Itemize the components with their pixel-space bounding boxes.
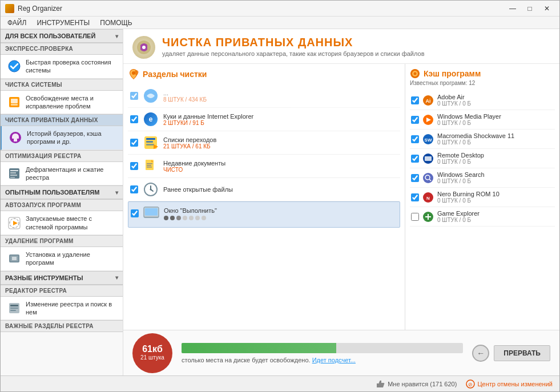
progress-kb: 61кб bbox=[142, 345, 163, 354]
list-item-recentfiles: Ранее открытые файлы bbox=[128, 178, 400, 201]
progress-section: столько места на диске будет освобождено… bbox=[182, 343, 463, 363]
footer: Мне нравится (171 620) ⊘ Центр отмены из… bbox=[1, 375, 559, 391]
sidebar-item-regeditor[interactable]: Изменение реестра и поиск в нем bbox=[1, 297, 123, 321]
bottom-actions: ← ПРЕРВАТЬ bbox=[472, 345, 550, 362]
cache-item-wmp: Windows Media Player 0 ШТУК / 0 Б bbox=[410, 110, 555, 130]
private-icon bbox=[9, 131, 22, 144]
menu-help[interactable]: ПОМОЩЬ bbox=[95, 17, 136, 29]
svg-text:N: N bbox=[426, 196, 430, 201]
svg-rect-41 bbox=[145, 208, 158, 216]
sidebar-item-regeditor-label: Изменение реестра и поиск в нем bbox=[26, 300, 118, 317]
cache-item-wsearch-checkbox[interactable] bbox=[411, 174, 419, 182]
list-item-ie-info: Куки и данные Internet Explorer 2 ШТУКИ … bbox=[163, 113, 398, 126]
sidebar-item-cleanup-label: Освобождение места и исправление проблем bbox=[26, 94, 118, 111]
app-window: Reg Organizer — □ ✕ ФАЙЛ ИНСТРУМЕНТЫ ПОМ… bbox=[0, 0, 560, 392]
list-item-run[interactable]: Окно "Выполнить" bbox=[128, 201, 400, 228]
sidebar-item-express[interactable]: Быстрая проверка состояния системы bbox=[1, 55, 123, 79]
wmp-icon bbox=[422, 114, 434, 126]
minimize-button[interactable]: — bbox=[505, 2, 521, 15]
close-button[interactable]: ✕ bbox=[539, 2, 555, 15]
svg-rect-45 bbox=[414, 69, 416, 71]
page-header: ЧИСТКА ПРИВАТНЫХ ДАННЫХ удаляет данные п… bbox=[123, 29, 559, 64]
sidebar-subsection-private: ЧИСТКА ПРИВАТНЫХ ДАННЫХ bbox=[1, 114, 123, 126]
cache-item-rdp-checkbox[interactable] bbox=[411, 155, 419, 163]
sidebar-subsection-uninstall: УДАЛЕНИЕ ПРОГРАММ bbox=[1, 235, 123, 247]
ie-icon: e bbox=[143, 111, 159, 127]
dot-3 bbox=[176, 216, 181, 220]
broom-icon bbox=[7, 95, 21, 109]
cache-item-nero: N Nero Burning ROM 10 0 ШТУК / 0 Б bbox=[410, 188, 555, 207]
progress-count: 21 штука bbox=[140, 354, 164, 361]
clock-icon bbox=[143, 181, 159, 197]
sidebar-item-autorun[interactable]: Запускаемые вместе с системой программы bbox=[1, 211, 123, 235]
sidebar-item-uninstall[interactable]: Установка и удаление программ bbox=[1, 247, 123, 271]
cache-item-game-checkbox[interactable] bbox=[411, 213, 419, 221]
svg-text:Ai: Ai bbox=[426, 98, 431, 104]
svg-text:⊘: ⊘ bbox=[468, 382, 473, 387]
svg-point-38 bbox=[150, 189, 152, 191]
cache-item-nero-info: Nero Burning ROM 10 0 ШТУК / 0 Б bbox=[437, 191, 554, 204]
svg-rect-48 bbox=[418, 73, 420, 74]
dot-2 bbox=[170, 216, 175, 220]
cache-item-adobe: Ai Adobe Air 0 ШТУК / 0 Б bbox=[410, 91, 555, 110]
cache-item-wmp-checkbox[interactable] bbox=[411, 116, 419, 124]
svg-rect-10 bbox=[10, 177, 15, 178]
app-icon bbox=[5, 4, 14, 13]
regedit-icon bbox=[7, 301, 21, 315]
stop-button[interactable]: ПРЕРВАТЬ bbox=[494, 345, 550, 361]
list-item-recentfiles-checkbox[interactable] bbox=[130, 185, 138, 193]
svg-marker-13 bbox=[13, 221, 18, 225]
menu-tools[interactable]: ИНСТРУМЕНТЫ bbox=[32, 17, 94, 29]
like-button[interactable]: Мне нравится (171 620) bbox=[376, 379, 457, 389]
sidebar-item-private[interactable]: Историй браузеров, кэша программ и др. bbox=[1, 126, 123, 150]
sidebar-section-tools[interactable]: РАЗНЫЕ ИНСТРУМЕНТЫ ▾ bbox=[1, 271, 123, 285]
sidebar-subsection-cleanup: ЧИСТКА СИСТЕМЫ bbox=[1, 79, 123, 91]
gear-icon bbox=[410, 68, 420, 79]
menu-file[interactable]: ФАЙЛ bbox=[3, 17, 31, 29]
list-item-jumplists-info: Списки переходов 21 ШТУКА / 61 КБ bbox=[163, 136, 398, 149]
check-icon bbox=[7, 59, 21, 73]
svg-rect-3 bbox=[11, 104, 18, 106]
list-item-ie-checkbox[interactable] bbox=[130, 115, 138, 123]
bottom-bar: 61кб 21 штука столько места на диске буд… bbox=[123, 330, 559, 375]
svg-point-22 bbox=[142, 46, 146, 49]
jump-icon bbox=[143, 135, 159, 151]
dot-7 bbox=[202, 216, 206, 220]
svg-rect-20 bbox=[10, 310, 16, 311]
list-item-run-checkbox[interactable] bbox=[131, 209, 139, 217]
cache-item-wmp-info: Windows Media Player 0 ШТУК / 0 Б bbox=[437, 113, 554, 126]
chevron-down-icon: ▾ bbox=[115, 33, 118, 39]
back-button[interactable]: ← bbox=[472, 345, 489, 362]
list-item-jumplists: Списки переходов 21 ШТУКА / 61 КБ bbox=[128, 131, 400, 155]
map-pin-icon bbox=[128, 68, 139, 80]
sidebar-subsection-regparts: ВАЖНЫЕ РАЗДЕЛЫ РЕЕСТРА bbox=[1, 320, 123, 332]
sidebar-item-cleanup[interactable]: Освобождение места и исправление проблем bbox=[1, 91, 123, 115]
undo-center[interactable]: ⊘ Центр отмены изменений bbox=[466, 379, 553, 389]
cache-item-shockwave-checkbox[interactable] bbox=[411, 135, 419, 143]
sidebar-item-registry[interactable]: Дефрагментация и сжатие реестра bbox=[1, 162, 123, 186]
chevron-down-icon-2: ▾ bbox=[115, 189, 118, 196]
progress-counting-link[interactable]: Идет подсчет... bbox=[312, 357, 356, 363]
svg-rect-46 bbox=[414, 76, 416, 78]
cache-item-adobe-info: Adobe Air 0 ШТУК / 0 Б bbox=[437, 94, 554, 107]
titlebar-controls: — □ ✕ bbox=[505, 2, 555, 15]
maximize-button[interactable]: □ bbox=[522, 2, 538, 15]
svg-rect-26 bbox=[146, 138, 155, 140]
thumbs-up-icon bbox=[376, 379, 385, 389]
sidebar-section-all-users[interactable]: ДЛЯ ВСЕХ ПОЛЬЗОВАТЕЛЕЙ ▾ bbox=[1, 29, 123, 43]
progress-text: столько места на диске будет освобождено… bbox=[182, 357, 463, 363]
cache-item-adobe-checkbox[interactable] bbox=[411, 96, 419, 104]
sidebar-section-advanced[interactable]: ОПЫТНЫМ ПОЛЬЗОВАТЕЛЯМ ▾ bbox=[1, 185, 123, 199]
app-title: Reg Organizer bbox=[18, 5, 62, 13]
nero-icon: N bbox=[422, 192, 434, 203]
cache-item-nero-checkbox[interactable] bbox=[411, 193, 419, 201]
dot-5 bbox=[189, 216, 194, 220]
sidebar-subsection-express: ЭКСПРЕСС-ПРОВЕРКА bbox=[1, 43, 123, 55]
list-item-recentdocs-checkbox[interactable] bbox=[130, 162, 138, 170]
list-item-jumplists-checkbox[interactable] bbox=[130, 139, 138, 147]
svg-rect-8 bbox=[10, 172, 16, 173]
cache-item-rdp: Remote Desktop 0 ШТУК / 0 Б bbox=[410, 149, 555, 168]
list-item-checkbox[interactable] bbox=[130, 92, 138, 100]
progress-bar-container bbox=[182, 343, 463, 353]
chevron-down-icon-3: ▾ bbox=[115, 274, 118, 281]
